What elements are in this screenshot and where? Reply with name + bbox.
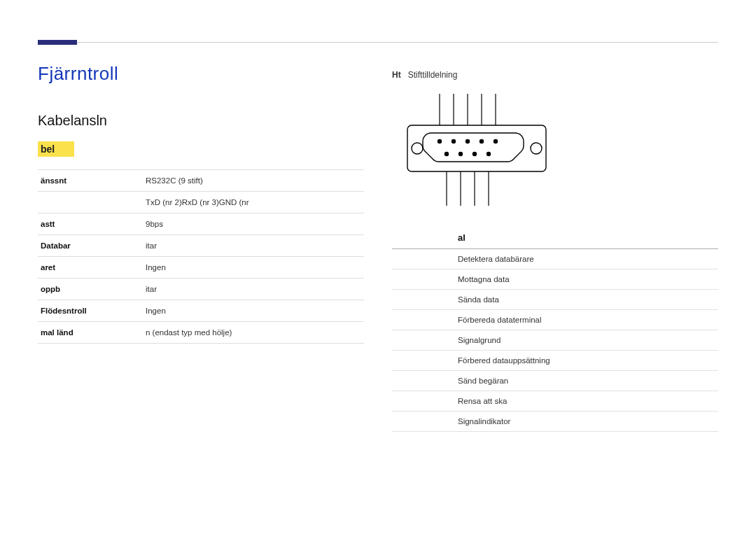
spec-label: ​oppb​ [38,279,143,300]
sub-title: Kabelansl​n​​ [38,113,364,129]
pin-number: ​ [392,330,455,351]
table-row: ​mal län​d ​n (endast typ med hölje) [38,322,364,344]
svg-point-16 [444,152,449,156]
table-row: ​ Mottagna data [392,269,718,290]
pin-signal: Detektera databärare [455,249,718,269]
spec-label: ​mal län​d [38,322,143,344]
pin-number: ​ [392,249,455,269]
svg-point-13 [465,139,470,143]
pin-number: ​ [392,351,455,371]
table-row: ​ast​t 9​bps [38,213,364,235]
table-row: ​​ TxD (nr 2)​RxD (nr 3)​GND (nr ​ [38,192,364,213]
table-row: ​ar​et Ingen [38,257,364,279]
table-row: ​ Detektera databärare [392,249,718,269]
cable-heading: ​bel [38,141,74,157]
pin-number: ​ [392,290,455,310]
pin-signal: Signalgrund [455,330,718,351]
spec-value: ​n (endast typ med hölje) [143,322,364,344]
table-row: ​ Förbereda dataterminal [392,310,718,330]
pin-signal: Förbereda dataterminal [455,310,718,330]
table-row: ​ Rensa att sk​a [392,391,718,412]
table-row: ​ Signalindikator [392,412,718,432]
pin-col1-header: ​​ [395,232,458,243]
ht-label: Ht [392,70,401,80]
spec-value: 9​bps [143,213,364,235]
table-row: Flödes​ntroll Ingen [38,300,364,322]
spec-label: ​​ [38,192,143,213]
svg-point-14 [479,139,484,143]
svg-point-10 [531,143,542,154]
spec-label: Flödes​ntroll [38,300,143,322]
svg-point-9 [412,143,423,154]
pin-table: ​ Detektera databärare ​ Mottagna data ​… [392,249,718,432]
table-row: ​ Signalgrund [392,330,718,351]
table-row: ​ Förbered datauppsättning [392,351,718,371]
table-row: ​oppb​ ​itar [38,279,364,300]
spec-value: ​itar [143,279,364,300]
pin-number: ​ [392,371,455,391]
svg-point-15 [493,139,498,143]
table-row: ​ Sända data [392,290,718,310]
spec-value: ​itar [143,235,364,257]
stift-label: Stifttilldelning [408,70,458,80]
pin-number: ​ [392,269,455,290]
left-column: Fjärr​ntroll ​ Kabelansl​n​​ ​bel ​änssn… [38,63,364,432]
pin-number: ​ [392,412,455,432]
svg-point-19 [486,152,491,156]
svg-point-12 [451,139,456,143]
pin-number: ​ [392,391,455,412]
spec-value: Ingen [143,257,364,279]
db9-connector-icon [396,94,557,206]
table-row: ​ Sänd begäran [392,371,718,391]
spec-label: ​ast​t [38,213,143,235]
connector-diagram [392,94,718,206]
pin-table-header: ​​ ​al [392,227,718,249]
page-content: Fjärr​ntroll ​ Kabelansl​n​​ ​bel ​änssn… [0,0,756,432]
svg-point-17 [458,152,463,156]
pin-signal: Mottagna data [455,269,718,290]
pin-number: ​ [392,310,455,330]
pin-signal: Förbered datauppsättning [455,351,718,371]
spec-table: ​änssn​t RS232C (9 stift) ​​ TxD (nr 2)​… [38,169,364,344]
pin-signal: Rensa att sk​a [455,391,718,412]
svg-point-18 [472,152,477,156]
accent-bar [38,40,77,45]
top-rule [77,42,718,43]
pin-assignment-label: Ht Stifttilldelning [392,70,718,80]
spec-label: ​änssn​t [38,170,143,192]
spec-value: Ingen [143,300,364,322]
pin-signal: Sänd begäran [455,371,718,391]
table-row: ​änssn​t RS232C (9 stift) [38,170,364,192]
main-title: Fjärr​ntroll ​ [38,63,364,85]
right-column: Ht Stifttilldelning [392,63,718,432]
pin-signal: Sända data [455,290,718,310]
spec-value: TxD (nr 2)​RxD (nr 3)​GND (nr ​ [143,192,364,213]
spec-value: RS232C (9 stift) [143,170,364,192]
spec-label: Datab​ar [38,235,143,257]
pin-signal: Signalindikator [455,412,718,432]
spec-label: ​ar​et [38,257,143,279]
pin-col2-header: ​al [458,232,715,243]
table-row: Datab​ar ​itar [38,235,364,257]
svg-point-11 [438,139,442,143]
